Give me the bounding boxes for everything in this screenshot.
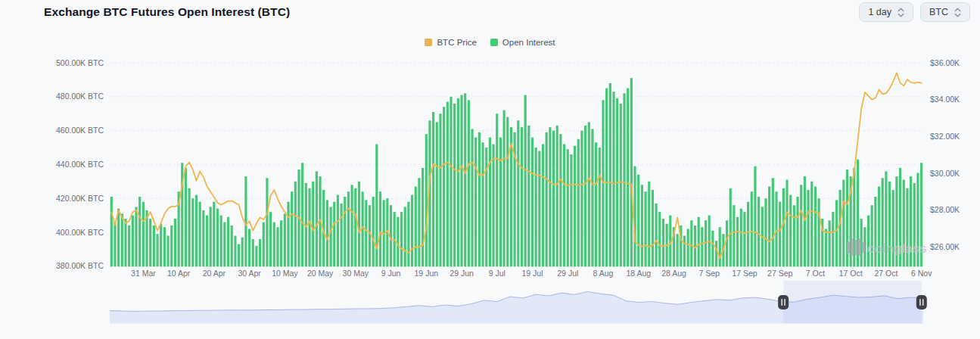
oi-bar[interactable] (202, 210, 204, 267)
oi-bar[interactable] (563, 145, 565, 267)
oi-bar[interactable] (263, 222, 265, 267)
oi-bar[interactable] (687, 229, 689, 267)
oi-bar[interactable] (648, 182, 650, 267)
oi-bar[interactable] (195, 195, 198, 267)
oi-bar[interactable] (506, 117, 509, 267)
oi-bar[interactable] (276, 227, 278, 266)
oi-bar[interactable] (829, 220, 831, 266)
oi-bar[interactable] (623, 93, 625, 266)
oi-bar[interactable] (577, 139, 580, 267)
oi-bar[interactable] (347, 191, 350, 266)
oi-bar[interactable] (602, 100, 604, 266)
oi-bar[interactable] (248, 229, 250, 267)
oi-bar[interactable] (591, 129, 593, 266)
oi-bar[interactable] (259, 239, 261, 266)
oi-bar[interactable] (772, 178, 774, 266)
oi-bar[interactable] (574, 146, 576, 267)
oi-bar[interactable] (365, 200, 367, 266)
oi-bar[interactable] (754, 166, 756, 267)
oi-bar[interactable] (677, 234, 679, 266)
oi-bar[interactable] (743, 212, 745, 266)
oi-bar[interactable] (199, 202, 201, 267)
oi-bar[interactable] (326, 200, 328, 266)
oi-bar[interactable] (436, 122, 438, 266)
oi-bar[interactable] (234, 236, 236, 267)
oi-bar[interactable] (185, 168, 187, 267)
oi-bar[interactable] (580, 131, 583, 267)
oi-bar[interactable] (432, 112, 434, 266)
oi-bar[interactable] (736, 217, 739, 267)
oi-bar[interactable] (114, 222, 116, 267)
oi-bar[interactable] (210, 207, 212, 266)
oi-bar[interactable] (241, 238, 244, 267)
oi-bar[interactable] (556, 126, 558, 267)
oi-bar[interactable] (337, 195, 339, 267)
oi-bar[interactable] (128, 225, 130, 266)
oi-bar[interactable] (655, 204, 657, 267)
oi-bar[interactable] (358, 182, 360, 267)
oi-bar[interactable] (379, 191, 381, 266)
oi-bar[interactable] (567, 149, 569, 266)
oi-bar[interactable] (460, 95, 462, 267)
oi-bar[interactable] (683, 236, 686, 267)
oi-bar[interactable] (446, 102, 449, 267)
oi-bar[interactable] (485, 148, 487, 266)
oi-bar[interactable] (825, 229, 827, 267)
oi-bar[interactable] (308, 188, 310, 267)
oi-bar[interactable] (782, 188, 785, 267)
oi-bar[interactable] (789, 195, 792, 267)
oi-bar[interactable] (404, 207, 406, 266)
oi-bar[interactable] (216, 209, 219, 267)
oi-bar[interactable] (280, 220, 282, 266)
oi-bar[interactable] (793, 205, 795, 266)
oi-bar[interactable] (786, 180, 788, 267)
oi-bar[interactable] (542, 145, 544, 267)
oi-bar[interactable] (156, 234, 158, 266)
oi-bar[interactable] (220, 216, 222, 267)
oi-bar[interactable] (599, 148, 601, 266)
oi-bar[interactable] (719, 227, 721, 266)
oi-bar[interactable] (291, 191, 293, 266)
range-navigator[interactable] (110, 281, 927, 324)
oi-bar[interactable] (252, 239, 254, 266)
oi-bar[interactable] (407, 202, 409, 267)
oi-bar[interactable] (496, 114, 498, 266)
oi-bar[interactable] (740, 209, 742, 267)
oi-bar[interactable] (810, 182, 813, 267)
oi-bar[interactable] (711, 231, 714, 267)
oi-bar[interactable] (584, 126, 586, 267)
oi-bar[interactable] (223, 222, 226, 267)
oi-bar[interactable] (751, 191, 753, 266)
oi-bar[interactable] (658, 212, 661, 266)
oi-bar[interactable] (329, 207, 331, 266)
oi-bar[interactable] (612, 92, 614, 266)
oi-bar[interactable] (255, 246, 257, 267)
oi-bar[interactable] (478, 132, 481, 267)
oi-bar[interactable] (294, 182, 297, 267)
oi-bar[interactable] (839, 190, 842, 266)
oi-bar[interactable] (138, 197, 141, 266)
oi-bar[interactable] (400, 212, 403, 266)
oi-bar[interactable] (535, 148, 537, 266)
oi-bar[interactable] (351, 185, 353, 266)
oi-bar[interactable] (284, 213, 286, 266)
oi-bar[interactable] (174, 219, 176, 266)
navigator-selection[interactable] (783, 281, 922, 324)
oi-bar[interactable] (124, 219, 126, 266)
oi-bar[interactable] (747, 202, 749, 267)
oi-bar[interactable] (213, 202, 215, 267)
oi-bar[interactable] (758, 197, 760, 266)
oi-bar[interactable] (153, 225, 155, 266)
oi-bar[interactable] (439, 114, 441, 266)
oi-bar[interactable] (344, 197, 346, 266)
oi-bar[interactable] (464, 93, 466, 266)
oi-bar[interactable] (333, 202, 335, 267)
oi-bar[interactable] (652, 190, 654, 266)
open-interest-bars[interactable] (110, 78, 923, 266)
oi-bar[interactable] (110, 197, 113, 266)
oi-bar[interactable] (443, 107, 445, 266)
oi-bar[interactable] (418, 178, 420, 266)
oi-bar[interactable] (132, 216, 134, 267)
oi-bar[interactable] (764, 198, 767, 266)
oi-bar[interactable] (549, 127, 551, 266)
